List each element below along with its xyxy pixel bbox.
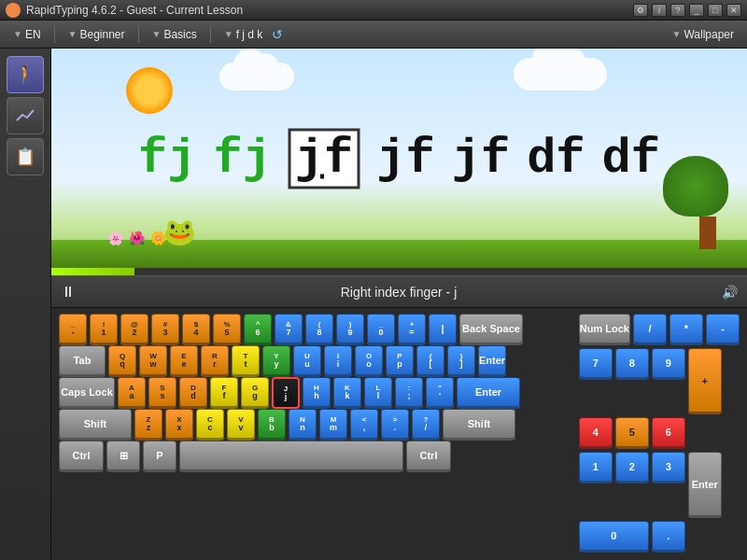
key-6[interactable]: ^6 — [244, 314, 272, 345]
level-selector[interactable]: ▼ Beginner — [63, 26, 131, 43]
minimize-button[interactable]: _ — [689, 4, 704, 17]
key-ctrl-left[interactable]: Ctrl — [59, 441, 104, 472]
sidebar-stats-btn[interactable] — [7, 97, 44, 134]
key-b[interactable]: Bb — [258, 409, 286, 441]
key-quote[interactable]: "' — [426, 377, 454, 409]
window-title: RapidTyping 4.6.2 - Guest - Current Less… — [26, 4, 633, 17]
key-l[interactable]: Ll — [364, 377, 392, 409]
key-num-dot[interactable]: . — [652, 521, 685, 553]
key-m[interactable]: Mm — [319, 409, 347, 441]
key-num-enter[interactable]: Enter — [688, 452, 722, 518]
key-comma[interactable]: <, — [350, 409, 378, 441]
key-enter[interactable]: Enter — [478, 345, 506, 377]
key-numlock[interactable]: Num Lock — [579, 314, 630, 345]
key-9[interactable]: )9 — [336, 314, 364, 345]
key-tab[interactable]: Tab — [59, 345, 106, 377]
key-lbrace[interactable]: {[ — [416, 345, 444, 377]
key-win[interactable]: ⊞ — [106, 441, 140, 472]
key-d[interactable]: Dd — [179, 377, 207, 409]
key-minus[interactable]: _- — [59, 314, 87, 345]
key-n[interactable]: Nn — [289, 409, 317, 441]
key-j[interactable]: Jj — [272, 377, 300, 409]
char-jf-2: jf — [452, 131, 510, 186]
pause-button[interactable]: ⏸ — [61, 284, 76, 301]
keys-selector[interactable]: ▼ f j d k — [218, 26, 269, 43]
language-selector[interactable]: ▼ EN — [7, 26, 47, 43]
key-num-mul[interactable]: * — [669, 314, 703, 345]
maximize-button[interactable]: □ — [708, 4, 723, 17]
key-k[interactable]: Kk — [333, 377, 361, 409]
key-shift-right[interactable]: Shift — [443, 409, 515, 441]
key-a[interactable]: Aa — [118, 377, 146, 409]
key-e[interactable]: Ee — [170, 345, 198, 377]
key-capslock[interactable]: Caps Lock — [59, 377, 115, 409]
key-o[interactable]: Oo — [355, 345, 383, 377]
key-i[interactable]: Ii — [324, 345, 352, 377]
key-backspace[interactable]: Back Space — [459, 314, 523, 345]
info-icon[interactable]: i — [652, 4, 667, 17]
key-num8[interactable]: 8 — [615, 348, 649, 380]
key-q[interactable]: Qq — [108, 345, 136, 377]
sidebar: 🚶 📋 — [0, 49, 51, 560]
key-num6[interactable]: 6 — [652, 417, 685, 449]
wallpaper-selector[interactable]: ▼ Wallpaper — [667, 26, 740, 43]
key-space[interactable] — [179, 441, 403, 472]
key-num3[interactable]: 3 — [652, 452, 685, 483]
key-t[interactable]: Tt — [232, 345, 260, 377]
key-s[interactable]: Ss — [148, 377, 176, 409]
key-num2[interactable]: 2 — [615, 452, 649, 483]
key-2[interactable]: @2 — [120, 314, 148, 345]
qwerty-row: Tab Qq Ww Ee Rr Tt Yy Uu Ii Oo Pp {[ }] … — [59, 345, 575, 377]
window-controls[interactable]: ⚙ i ? _ □ ✕ — [633, 4, 741, 17]
key-3[interactable]: #3 — [151, 314, 179, 345]
key-1[interactable]: !1 — [90, 314, 118, 345]
key-rbrace[interactable]: }] — [447, 345, 475, 377]
sidebar-clipboard-btn[interactable]: 📋 — [7, 138, 44, 175]
key-num5[interactable]: 5 — [615, 417, 649, 449]
key-period[interactable]: >. — [381, 409, 409, 441]
separator — [54, 26, 55, 43]
key-0[interactable]: _0 — [367, 314, 395, 345]
refresh-button[interactable]: ↺ — [272, 27, 283, 42]
key-alt-left[interactable]: P — [143, 441, 176, 472]
char-df-2: df — [602, 131, 660, 186]
key-semi[interactable]: :; — [395, 377, 423, 409]
sidebar-lesson-btn[interactable]: 🚶 — [7, 56, 44, 93]
settings-icon[interactable]: ⚙ — [633, 4, 648, 17]
key-num-div[interactable]: / — [633, 314, 667, 345]
tree-decoration — [687, 175, 728, 249]
key-7[interactable]: &7 — [275, 314, 303, 345]
key-v[interactable]: Vv — [227, 409, 255, 441]
key-plus[interactable]: += — [398, 314, 426, 345]
key-u[interactable]: Uu — [293, 345, 321, 377]
key-4[interactable]: $4 — [182, 314, 210, 345]
key-num4[interactable]: 4 — [579, 417, 613, 449]
key-w[interactable]: Ww — [139, 345, 167, 377]
key-pipe[interactable]: | — [429, 314, 457, 345]
key-num1[interactable]: 1 — [579, 452, 613, 483]
close-button[interactable]: ✕ — [726, 4, 741, 17]
key-slash[interactable]: ?/ — [412, 409, 440, 441]
lesson-selector[interactable]: ▼ Basics — [147, 26, 203, 43]
key-shift-left[interactable]: Shift — [59, 409, 132, 441]
key-y[interactable]: Yy — [262, 345, 290, 377]
key-8[interactable]: (8 — [305, 314, 333, 345]
key-c[interactable]: Cc — [196, 409, 224, 441]
key-f[interactable]: Ff — [210, 377, 238, 409]
key-num-sub[interactable]: - — [706, 314, 740, 345]
key-g[interactable]: Gg — [241, 377, 269, 409]
key-num9[interactable]: 9 — [652, 348, 685, 380]
key-h[interactable]: Hh — [303, 377, 331, 409]
key-ctrl-right[interactable]: Ctrl — [406, 441, 451, 472]
volume-icon[interactable]: 🔊 — [722, 285, 738, 300]
key-p[interactable]: Pp — [386, 345, 414, 377]
key-x[interactable]: Xx — [165, 409, 193, 441]
key-num0[interactable]: 0 — [579, 521, 649, 553]
key-5[interactable]: %5 — [213, 314, 241, 345]
key-r[interactable]: Rr — [201, 345, 229, 377]
key-enter2[interactable]: Enter — [457, 377, 520, 409]
help-icon[interactable]: ? — [670, 4, 685, 17]
key-z[interactable]: Zz — [134, 409, 162, 441]
key-num-add[interactable]: + — [688, 348, 722, 414]
key-num7[interactable]: 7 — [579, 348, 613, 380]
